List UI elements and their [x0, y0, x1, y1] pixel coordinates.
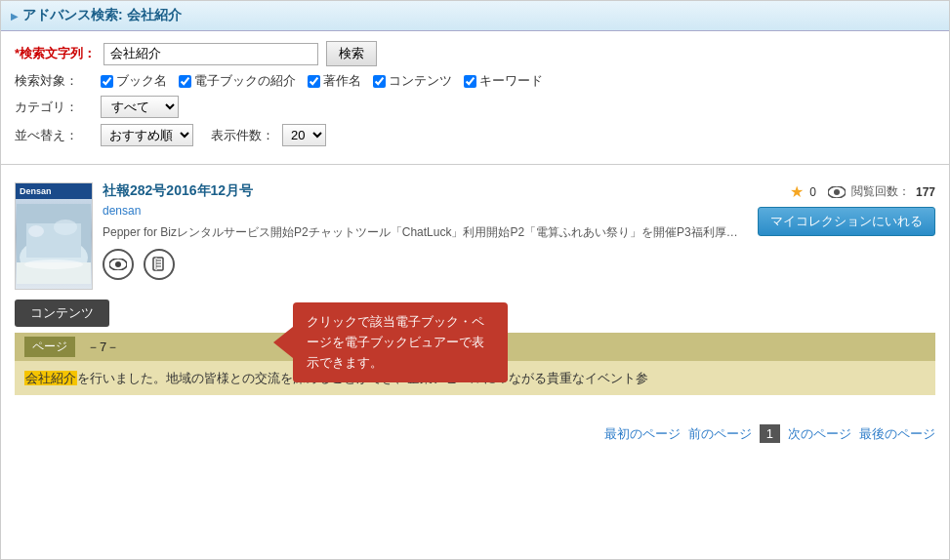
star-icon: ★: [790, 182, 804, 201]
result-area: Densan 社報282号2016年1: [1, 173, 949, 405]
view-eye-icon: [828, 186, 846, 198]
checkbox-ebook[interactable]: 電子ブックの紹介: [179, 72, 296, 90]
svg-point-4: [54, 220, 77, 235]
book-thumbnail: Densan: [15, 182, 93, 290]
book-author: densan: [103, 204, 740, 218]
icon-row: クリックで該当電子ブック・ページを電子ブックビュアーで表示できます。: [103, 249, 740, 280]
triangle-icon: ▶: [11, 11, 19, 21]
sort-row: 並べ替え： おすすめ順 表示件数： 20: [15, 124, 935, 146]
pagination-next[interactable]: 次のページ: [788, 425, 851, 443]
pagination-prev[interactable]: 前のページ: [688, 425, 752, 443]
view-label: 閲覧回数：: [851, 183, 910, 200]
tooltip-arrow: [273, 327, 293, 358]
book-cover-image: [16, 199, 92, 289]
cover-svg: [17, 204, 91, 284]
pagination-area: 最初のページ 前のページ 1 次のページ 最後のページ: [1, 405, 949, 453]
search-button[interactable]: 検索: [326, 41, 377, 66]
query-row: *検索文字列： 検索: [15, 41, 935, 66]
svg-point-15: [834, 189, 840, 195]
svg-point-6: [24, 260, 83, 269]
pagination-last[interactable]: 最後のページ: [859, 425, 935, 443]
category-row: カテゴリ： すべて: [15, 96, 935, 118]
query-label: *検索文字列：: [15, 45, 96, 62]
sort-label: 並べ替え：: [15, 127, 93, 144]
pagination-current[interactable]: 1: [760, 424, 780, 443]
book-logo: Densan: [16, 183, 92, 199]
result-right: ★ 0 閲覧回数： 177 マイコレクションにいれる: [750, 182, 935, 290]
page-title: アドバンス検索: 会社紹介: [22, 7, 182, 24]
count-select[interactable]: 20: [282, 124, 326, 146]
count-label: 表示件数：: [211, 127, 274, 144]
checkbox-group: ブック名 電子ブックの紹介 著作名 コンテンツ キーワード: [101, 72, 543, 90]
page-wrapper: ▶ アドバンス検索: 会社紹介 *検索文字列： 検索 検索対象： ブック名 電子…: [0, 0, 950, 560]
star-views-row: ★ 0 閲覧回数： 177: [790, 182, 935, 201]
sort-select[interactable]: おすすめ順: [101, 124, 193, 146]
category-label: カテゴリ：: [15, 99, 93, 116]
collection-button[interactable]: マイコレクションにいれる: [758, 207, 935, 236]
category-select[interactable]: すべて: [101, 96, 179, 118]
contents-button[interactable]: コンテンツ: [15, 300, 109, 327]
book-desc: Pepper for Bizレンタルサービス開始P2チャットツール「ChatLu…: [103, 223, 740, 241]
eye-button[interactable]: [103, 249, 134, 280]
view-count: 177: [916, 185, 935, 199]
book-info: 社報282号2016年12月号 densan Pepper for Bizレンタ…: [103, 182, 740, 290]
tooltip-box: クリックで該当電子ブック・ページを電子ブックビュアーで表示できます。: [293, 302, 508, 382]
ebook-button[interactable]: [144, 249, 175, 280]
checkbox-book[interactable]: ブック名: [101, 72, 167, 90]
pagination-first[interactable]: 最初のページ: [604, 425, 681, 443]
book-title[interactable]: 社報282号2016年12月号: [103, 182, 740, 200]
search-form-area: *検索文字列： 検索 検索対象： ブック名 電子ブックの紹介 著作名 コンテンツ: [1, 31, 949, 156]
page-title-bar: ▶ アドバンス検索: 会社紹介: [1, 1, 949, 31]
highlight-word: 会社紹介: [24, 371, 77, 385]
divider: [1, 164, 949, 165]
svg-point-8: [115, 261, 121, 267]
checkbox-content[interactable]: コンテンツ: [373, 72, 452, 90]
checkbox-author[interactable]: 著作名: [308, 72, 361, 90]
page-number: －7－: [87, 339, 119, 356]
page-label-badge: ページ: [24, 337, 75, 357]
star-count: 0: [809, 185, 816, 199]
tooltip-wrapper: クリックで該当電子ブック・ページを電子ブックビュアーで表示できます。: [273, 302, 508, 382]
tooltip-text: クリックで該当電子ブック・ページを電子ブックビュアーで表示できます。: [307, 314, 484, 370]
result-item: Densan 社報282号2016年1: [15, 182, 935, 290]
target-row: 検索対象： ブック名 電子ブックの紹介 著作名 コンテンツ キーワード: [15, 72, 935, 90]
search-input[interactable]: [103, 43, 318, 65]
target-label: 検索対象：: [15, 72, 93, 90]
book-svg-icon: [151, 257, 167, 272]
svg-point-3: [28, 225, 44, 237]
eye-svg-icon: [109, 259, 127, 270]
checkbox-keyword[interactable]: キーワード: [464, 72, 543, 90]
